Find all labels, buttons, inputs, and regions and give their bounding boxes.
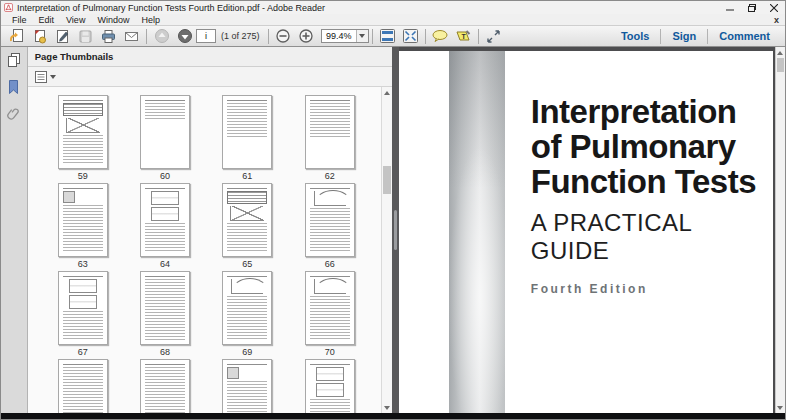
page-thumbnails-panel: Page Thumbnails 59 bbox=[28, 47, 392, 413]
zoom-out-button[interactable] bbox=[272, 27, 295, 46]
thumbnail-page-number: 65 bbox=[242, 259, 252, 269]
tools-button[interactable]: Tools bbox=[610, 26, 661, 46]
cover-spine-gradient bbox=[449, 51, 505, 413]
thumbnail-cell: 66 bbox=[305, 183, 355, 271]
thumbnail-page[interactable] bbox=[305, 359, 355, 413]
print-button[interactable] bbox=[97, 27, 120, 46]
thumbnail-page-64[interactable] bbox=[140, 183, 190, 257]
toolbar-separator bbox=[268, 29, 269, 44]
next-page-button[interactable] bbox=[173, 27, 196, 46]
comment-button[interactable]: Comment bbox=[708, 26, 781, 46]
thumbnail-cell: 61 bbox=[222, 95, 272, 183]
thumbnail-page-67[interactable] bbox=[58, 271, 108, 345]
document-pane: Interpretation of Pulmonary Function Tes… bbox=[399, 47, 785, 413]
maximize-button[interactable] bbox=[741, 1, 763, 14]
document-scrollbar[interactable] bbox=[775, 47, 785, 413]
menu-edit[interactable]: Edit bbox=[33, 15, 61, 25]
thumbnails-scrollbar[interactable] bbox=[381, 87, 392, 413]
fit-window-button[interactable] bbox=[399, 27, 422, 46]
thumbnail-page-69[interactable] bbox=[222, 271, 272, 345]
save-as-other-button[interactable] bbox=[28, 27, 51, 46]
thumbnail-page[interactable] bbox=[58, 359, 108, 413]
page-thumbnails-icon[interactable] bbox=[4, 50, 24, 70]
thumbnail-page-number: 59 bbox=[78, 171, 88, 181]
bookmarks-icon[interactable] bbox=[4, 77, 24, 97]
highlight-text-button[interactable]: T bbox=[452, 27, 475, 46]
thumbnail-page-number: 70 bbox=[325, 347, 335, 357]
menu-view[interactable]: View bbox=[60, 15, 91, 25]
thumbnail-page-60[interactable] bbox=[140, 95, 190, 169]
thumbnail-page-number: 67 bbox=[78, 347, 88, 357]
menu-window[interactable]: Window bbox=[91, 15, 135, 25]
thumbnail-page-number: 61 bbox=[242, 171, 252, 181]
panel-title: Page Thumbnails bbox=[35, 51, 114, 62]
zoom-level-select[interactable]: 99.4% bbox=[321, 29, 369, 43]
cover-left-margin bbox=[399, 51, 449, 413]
zoom-level-value: 99.4% bbox=[322, 31, 356, 41]
thumbnail-page-68[interactable] bbox=[140, 271, 190, 345]
thumbnail-page[interactable] bbox=[222, 359, 272, 413]
panel-splitter[interactable] bbox=[392, 47, 399, 413]
thumbnail-options-button[interactable] bbox=[34, 70, 56, 84]
page-number-input[interactable] bbox=[196, 29, 216, 43]
zoom-dropdown-caret[interactable] bbox=[356, 30, 368, 42]
email-button[interactable] bbox=[120, 27, 143, 46]
document-page[interactable]: Interpretation of Pulmonary Function Tes… bbox=[399, 51, 773, 413]
scrollbar-thumb[interactable] bbox=[777, 58, 784, 72]
scrollbar-track[interactable] bbox=[776, 58, 785, 402]
thumbnail-page-62[interactable] bbox=[305, 95, 355, 169]
scroll-down-icon[interactable] bbox=[776, 402, 785, 413]
scrolling-mode-button[interactable] bbox=[376, 27, 399, 46]
save-button[interactable] bbox=[74, 27, 97, 46]
window-title: Interpretation of Pulmonary Function Tes… bbox=[17, 3, 325, 13]
toolbar-separator bbox=[372, 29, 373, 44]
thumbnail-cell: 68 bbox=[140, 271, 190, 359]
scroll-down-icon[interactable] bbox=[382, 402, 392, 413]
thumbnail-page-number: 60 bbox=[160, 171, 170, 181]
previous-page-button[interactable] bbox=[150, 27, 173, 46]
thumbnail-page[interactable] bbox=[140, 359, 190, 413]
thumbnail-cell: 60 bbox=[140, 95, 190, 183]
scroll-up-icon[interactable] bbox=[382, 87, 392, 98]
scrollbar-track[interactable] bbox=[382, 98, 392, 402]
thumbnail-cell: 59 bbox=[58, 95, 108, 183]
thumbnail-cell: 63 bbox=[58, 183, 108, 271]
menu-help[interactable]: Help bbox=[135, 15, 166, 25]
thumbnail-page-65[interactable] bbox=[222, 183, 272, 257]
attachments-icon[interactable] bbox=[4, 104, 24, 124]
thumbnail-page-70[interactable] bbox=[305, 271, 355, 345]
thumbnail-page-59[interactable] bbox=[58, 95, 108, 169]
open-button[interactable] bbox=[5, 27, 28, 46]
fill-sign-button[interactable] bbox=[51, 27, 74, 46]
scroll-up-icon[interactable] bbox=[776, 47, 785, 58]
adobe-reader-icon bbox=[4, 3, 13, 12]
thumbnail-page-61[interactable] bbox=[222, 95, 272, 169]
thumbnail-page-number: 64 bbox=[160, 259, 170, 269]
panel-toolbar bbox=[28, 67, 392, 87]
close-button[interactable] bbox=[763, 1, 785, 14]
page-count-label: (1 of 275) bbox=[221, 31, 260, 41]
minimize-button[interactable] bbox=[719, 1, 741, 14]
thumbnail-page-66[interactable] bbox=[305, 183, 355, 257]
fullscreen-button[interactable] bbox=[482, 27, 505, 46]
thumbnail-cell bbox=[140, 359, 190, 413]
thumbnail-cell: 65 bbox=[222, 183, 272, 271]
thumbnail-cell: 70 bbox=[305, 271, 355, 359]
thumbnail-cell bbox=[58, 359, 108, 413]
thumbnail-page-63[interactable] bbox=[58, 183, 108, 257]
zoom-in-button[interactable] bbox=[295, 27, 318, 46]
sticky-note-button[interactable] bbox=[429, 27, 452, 46]
title-bar: Interpretation of Pulmonary Function Tes… bbox=[1, 1, 785, 14]
menu-file[interactable]: File bbox=[6, 15, 33, 25]
thumbnail-cell: 64 bbox=[140, 183, 190, 271]
sign-button[interactable]: Sign bbox=[661, 26, 707, 46]
navigation-pane-strip bbox=[1, 47, 28, 413]
thumbnail-page-number: 63 bbox=[78, 259, 88, 269]
options-caret-icon bbox=[50, 75, 56, 79]
splitter-handle[interactable] bbox=[394, 210, 397, 250]
scrollbar-thumb[interactable] bbox=[383, 166, 391, 194]
thumbnail-cell: 67 bbox=[58, 271, 108, 359]
menu-bar: File Edit View Window Help x bbox=[1, 14, 785, 25]
close-document-button[interactable]: x bbox=[774, 15, 779, 25]
book-edition: Fourth Edition bbox=[531, 282, 773, 296]
